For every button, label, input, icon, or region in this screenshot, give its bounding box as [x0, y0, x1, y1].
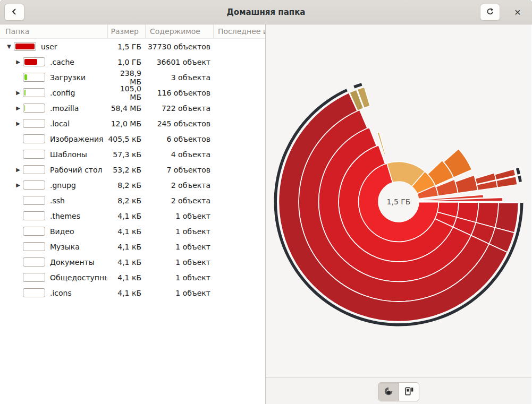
table-row[interactable]: .icons4,1 кБ1 объект [0, 285, 265, 300]
treemap-chart-icon [404, 386, 414, 398]
close-icon: × [514, 6, 521, 19]
ring-segment[interactable] [455, 175, 478, 193]
table-row[interactable]: ▶.mozilla58,4 МБ722 объекта [0, 100, 265, 116]
expander-closed-icon[interactable]: ▶ [13, 105, 23, 111]
table-row[interactable]: Загрузки238,9 МБ3 объекта [0, 70, 265, 85]
folder-size: 53,2 кБ [107, 166, 141, 174]
folder-size: 57,3 кБ [107, 150, 141, 159]
usage-bar [23, 73, 45, 82]
column-header-modified[interactable]: Последнее из [214, 24, 265, 38]
expander-closed-icon[interactable]: ▶ [13, 90, 23, 96]
rings-chart-icon [384, 386, 393, 398]
table-row[interactable]: Видео4,1 кБ1 объект [0, 224, 265, 239]
usage-bar [23, 57, 45, 66]
usage-bar [23, 180, 45, 190]
rings-chart[interactable] [266, 24, 531, 377]
table-row[interactable]: Музыка4,1 кБ1 объект [0, 239, 265, 254]
usage-bar [23, 119, 45, 128]
usage-bar-fill [24, 90, 26, 96]
folder-name-cell: ▼user [0, 42, 107, 51]
folder-size: 58,4 МБ [107, 104, 141, 113]
app-window: Домашняя папка × Папка Размер Содержимое… [0, 0, 532, 404]
column-header-size[interactable]: Размер [108, 24, 146, 38]
folder-size: 4,1 кБ [107, 212, 141, 220]
folder-size: 4,1 кБ [107, 258, 141, 267]
depth-marker-arc [518, 176, 522, 182]
folder-name: Шаблоны [50, 150, 87, 159]
main-content: Папка Размер Содержимое Последнее из ▼us… [0, 24, 532, 404]
usage-bar [23, 242, 45, 251]
usage-bar [23, 211, 45, 220]
back-button[interactable] [4, 4, 24, 21]
folder-name: .icons [50, 289, 72, 297]
folder-name-cell: Шаблоны [0, 150, 107, 159]
column-header-contents[interactable]: Содержимое [146, 24, 214, 38]
treemap-view-button[interactable] [399, 383, 419, 401]
folder-name: user [41, 42, 57, 51]
folder-name-cell: Изображения [0, 134, 107, 143]
table-row[interactable]: .themes4,1 кБ1 объект [0, 208, 265, 224]
usage-bar [23, 134, 45, 143]
folder-name: Видео [50, 227, 74, 236]
folder-objects: 1 объект [141, 243, 210, 251]
folder-name: .gnupg [50, 181, 76, 190]
usage-bar-fill [24, 59, 37, 65]
table-row[interactable]: Шаблоны57,3 кБ4 объекта [0, 147, 265, 162]
folder-name: .config [50, 89, 75, 97]
table-row[interactable]: .ssh8,2 кБ2 объекта [0, 193, 265, 208]
usage-bar [23, 227, 45, 236]
folder-name: .ssh [50, 196, 65, 205]
table-row[interactable]: ▼user1,5 ГБ37730 объектов [0, 39, 265, 54]
titlebar: Домашняя папка × [0, 0, 532, 24]
expander-closed-icon[interactable]: ▶ [13, 59, 23, 65]
refresh-button[interactable] [480, 4, 500, 21]
table-row[interactable]: ▶.config105,0 МБ116 объектов [0, 85, 265, 100]
rings-chart-panel: 1,5 ГБ [266, 24, 531, 404]
folder-size: 12,0 МБ [107, 119, 141, 128]
folder-objects: 1 объект [141, 273, 210, 282]
folder-name: Общедоступные [50, 273, 107, 282]
folder-objects: 2 объекта [141, 196, 210, 205]
table-row[interactable]: ▶.local12,0 МБ245 объектов [0, 116, 265, 131]
folder-name: Музыка [50, 243, 80, 251]
usage-bar [23, 273, 45, 282]
tree-rows: ▼user1,5 ГБ37730 объектов▶.cache1,0 ГБ36… [0, 39, 265, 300]
folder-objects: 1 объект [141, 289, 210, 297]
expander-closed-icon[interactable]: ▶ [13, 167, 23, 173]
folder-name-cell: Документы [0, 257, 107, 267]
folder-name: .cache [50, 58, 74, 66]
folder-name-cell: ▶.local [0, 119, 107, 128]
close-button[interactable]: × [509, 4, 527, 21]
rings-view-button[interactable] [378, 383, 399, 401]
folder-name-cell: Музыка [0, 242, 107, 251]
table-row[interactable]: Документы4,1 кБ1 объект [0, 254, 265, 270]
folder-name-cell: .ssh [0, 196, 107, 205]
folder-name: Изображения [50, 135, 103, 143]
chart-view-toggle [378, 382, 419, 401]
folder-name-cell: Видео [0, 227, 107, 236]
expander-closed-icon[interactable]: ▶ [13, 182, 23, 188]
folder-objects: 4 объекта [141, 150, 210, 159]
refresh-icon [486, 7, 494, 18]
folder-objects: 2 объекта [141, 181, 210, 190]
folder-name: Документы [50, 258, 95, 267]
table-row[interactable]: Общедоступные4,1 кБ1 объект [0, 270, 265, 285]
back-icon [10, 7, 19, 18]
expander-open-icon[interactable]: ▼ [4, 44, 14, 49]
window-title: Домашняя папка [0, 0, 532, 24]
folder-objects: 6 объектов [141, 135, 210, 143]
table-row[interactable]: ▶Рабочий стол53,2 кБ7 объектов [0, 162, 265, 177]
expander-closed-icon[interactable]: ▶ [13, 121, 23, 126]
column-header-folder[interactable]: Папка [0, 24, 108, 38]
chart-footer [266, 377, 531, 404]
table-row[interactable]: Изображения405,5 кБ6 объектов [0, 131, 265, 147]
depth-marker-arc [516, 168, 520, 175]
usage-bar-fill [15, 44, 35, 49]
folder-size: 8,2 кБ [107, 181, 141, 190]
table-row[interactable]: ▶.gnupg8,2 кБ2 объекта [0, 177, 265, 193]
chart-center-circle [378, 182, 419, 222]
table-row[interactable]: ▶.cache1,0 ГБ36601 объект [0, 54, 265, 70]
folder-objects: 245 объектов [141, 119, 210, 128]
folder-name-cell: ▶.gnupg [0, 180, 107, 190]
tree-column-headers: Папка Размер Содержимое Последнее из [0, 24, 265, 39]
